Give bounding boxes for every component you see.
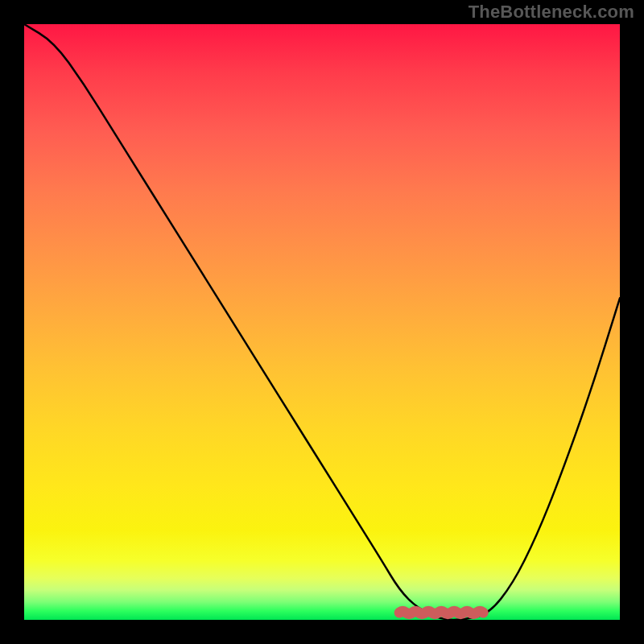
- watermark-text: TheBottleneck.com: [469, 2, 634, 23]
- curve-svg: [24, 24, 620, 620]
- plot-area: [24, 24, 620, 620]
- chart-frame: TheBottleneck.com: [0, 0, 644, 644]
- bottleneck-curve: [24, 24, 620, 620]
- minimum-highlight: [399, 612, 483, 614]
